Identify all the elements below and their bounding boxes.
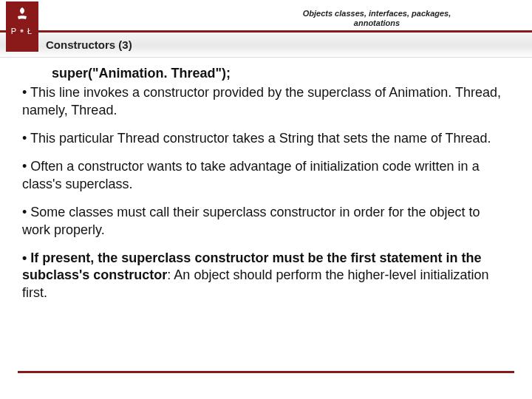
logo-letters: P ❋ Ł	[11, 27, 33, 35]
header-title-line2: annotations	[281, 18, 473, 28]
bullet-1: • This line invokes a constructor provid…	[22, 84, 510, 120]
university-logo: P ❋ Ł	[6, 1, 38, 52]
footer-divider	[18, 371, 514, 373]
bullet-2: • This particular Thread constructor tak…	[22, 130, 510, 148]
slide-subheader: Constructors (3)	[0, 33, 532, 58]
logo-letter-right: Ł	[27, 27, 33, 35]
bullet-3: • Often a constructor wants to take adva…	[22, 158, 510, 194]
header-title: Objects classes, interfaces, packages, a…	[281, 9, 473, 28]
logo-ornament-icon	[16, 6, 29, 22]
bullet-5: • If present, the superclass constructor…	[22, 250, 510, 303]
slide-content: super("Animation. Thread"); • This line …	[0, 58, 532, 320]
logo-letter-left: P	[11, 27, 18, 35]
header-title-line1: Objects classes, interfaces, packages,	[281, 9, 473, 18]
slide-header: P ❋ Ł Objects classes, interfaces, packa…	[0, 0, 532, 33]
bullet-4: • Some classes must call their superclas…	[22, 204, 510, 239]
code-line: super("Animation. Thread");	[52, 65, 510, 83]
section-title: Constructors (3)	[46, 38, 132, 51]
logo-dot-icon: ❋	[20, 29, 25, 33]
